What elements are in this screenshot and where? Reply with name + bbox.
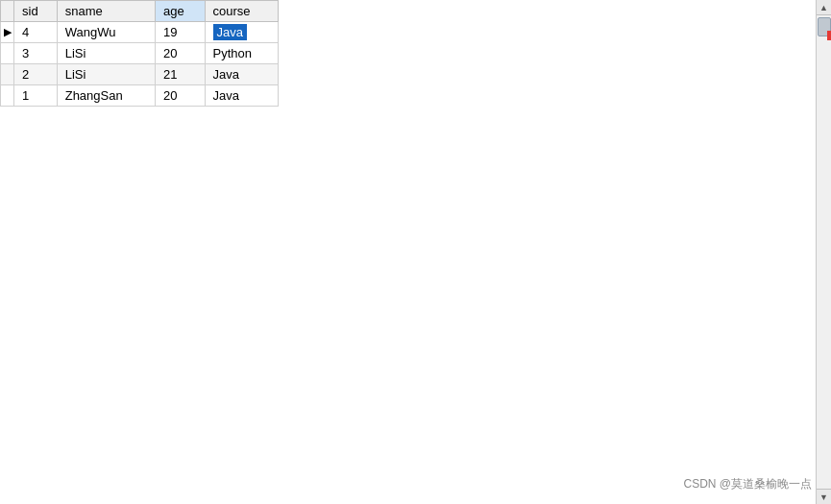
main-container: sid sname age course ▶ 4 WangWu 19 Java [0,0,831,504]
cell-course-3: Java [205,64,278,85]
row-indicator-2 [1,43,14,64]
cell-age-4: 20 [156,85,205,107]
cell-course-1: Java [205,22,278,43]
cell-age-1: 19 [156,22,205,43]
scroll-arrow-up[interactable]: ▲ [817,0,831,15]
cell-course-4: Java [205,85,278,107]
scroll-track [817,15,831,489]
scroll-arrow-down[interactable]: ▼ [817,489,831,504]
cell-sname-1: WangWu [57,22,155,43]
row-indicator-3 [1,64,14,85]
th-course: course [205,1,278,22]
cell-sid-4: 1 [14,85,58,107]
cell-sid-1: 4 [14,22,58,43]
table-row[interactable]: 1 ZhangSan 20 Java [1,85,279,107]
highlighted-cell: Java [213,24,247,40]
th-indicator [1,1,14,22]
cell-age-3: 21 [156,64,205,85]
cell-sid-3: 2 [14,64,58,85]
row-indicator-4 [1,85,14,107]
table-header-row: sid sname age course [1,1,279,22]
th-sname: sname [57,1,155,22]
cell-age-2: 20 [156,43,205,64]
cell-sname-2: LiSi [57,43,155,64]
th-age: age [156,1,205,22]
table-row[interactable]: 3 LiSi 20 Python [1,43,279,64]
data-table: sid sname age course ▶ 4 WangWu 19 Java [0,0,279,107]
table-wrapper: sid sname age course ▶ 4 WangWu 19 Java [0,0,831,107]
watermark: CSDN @莫道桑榆晚一点 [683,476,812,492]
th-sid: sid [14,1,58,22]
table-row[interactable]: 2 LiSi 21 Java [1,64,279,85]
row-indicator-1: ▶ [1,22,14,43]
watermark-text: CSDN @莫道桑榆晚一点 [683,477,812,491]
right-scrollbar: ▲ ▼ [816,0,831,504]
cell-course-2: Python [205,43,278,64]
cell-sid-2: 3 [14,43,58,64]
cell-sname-4: ZhangSan [57,85,155,107]
content-area: sid sname age course ▶ 4 WangWu 19 Java [0,0,831,504]
table-row[interactable]: ▶ 4 WangWu 19 Java [1,22,279,43]
red-marker [827,31,831,40]
cell-sname-3: LiSi [57,64,155,85]
